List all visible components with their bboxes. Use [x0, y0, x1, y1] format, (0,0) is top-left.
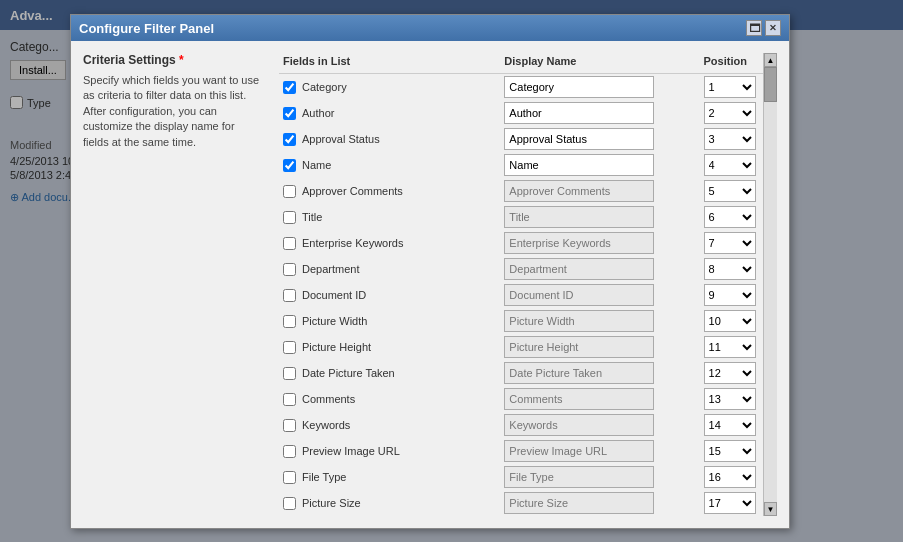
field-checkbox-14[interactable] — [283, 445, 296, 458]
display-name-input-0[interactable] — [504, 76, 654, 98]
criteria-section: Criteria Settings * Specify which fields… — [83, 53, 263, 516]
field-checkbox-11[interactable] — [283, 367, 296, 380]
display-name-cell-11 — [500, 360, 699, 386]
table-row: Name1234567891011121314151617 — [279, 152, 777, 178]
field-name-cell-8: Document ID — [279, 282, 500, 308]
field-checkbox-4[interactable] — [283, 185, 296, 198]
table-row: Preview Image URL12345678910111213141516… — [279, 438, 777, 464]
position-select-16[interactable]: 1234567891011121314151617 — [704, 492, 756, 514]
position-select-9[interactable]: 1234567891011121314151617 — [704, 310, 756, 332]
scroll-up-button[interactable]: ▲ — [764, 53, 777, 67]
field-name-cell-3: Name — [279, 152, 500, 178]
field-checkbox-3[interactable] — [283, 159, 296, 172]
display-name-cell-1 — [500, 100, 699, 126]
table-row: Department1234567891011121314151617 — [279, 256, 777, 282]
field-name-cell-14: Preview Image URL — [279, 438, 500, 464]
scroll-track — [764, 67, 777, 502]
col-header-fields: Fields in List — [279, 53, 500, 74]
display-name-cell-14 — [500, 438, 699, 464]
display-name-input-10 — [504, 336, 654, 358]
field-checkbox-1[interactable] — [283, 107, 296, 120]
field-label-1: Author — [302, 107, 334, 119]
field-name-cell-0: Category — [279, 74, 500, 101]
position-select-1[interactable]: 1234567891011121314151617 — [704, 102, 756, 124]
scroll-down-button[interactable]: ▼ — [764, 502, 777, 516]
criteria-description: Specify which fields you want to use as … — [83, 73, 263, 150]
field-name-cell-10: Picture Height — [279, 334, 500, 360]
display-name-cell-3 — [500, 152, 699, 178]
display-name-input-9 — [504, 310, 654, 332]
position-select-12[interactable]: 1234567891011121314151617 — [704, 388, 756, 410]
field-checkbox-12[interactable] — [283, 393, 296, 406]
field-checkbox-7[interactable] — [283, 263, 296, 276]
field-checkbox-9[interactable] — [283, 315, 296, 328]
field-label-14: Preview Image URL — [302, 445, 400, 457]
field-label-16: Picture Size — [302, 497, 361, 509]
field-checkbox-8[interactable] — [283, 289, 296, 302]
required-indicator: * — [179, 53, 184, 67]
field-label-5: Title — [302, 211, 322, 223]
table-row: Approval Status1234567891011121314151617 — [279, 126, 777, 152]
position-select-0[interactable]: 1234567891011121314151617 — [704, 76, 756, 98]
position-select-2[interactable]: 1234567891011121314151617 — [704, 128, 756, 150]
table-row: Author1234567891011121314151617 — [279, 100, 777, 126]
position-select-15[interactable]: 1234567891011121314151617 — [704, 466, 756, 488]
position-select-8[interactable]: 1234567891011121314151617 — [704, 284, 756, 306]
display-name-input-1[interactable] — [504, 102, 654, 124]
field-checkbox-10[interactable] — [283, 341, 296, 354]
field-checkbox-16[interactable] — [283, 497, 296, 510]
display-name-input-5 — [504, 206, 654, 228]
field-label-9: Picture Width — [302, 315, 367, 327]
field-label-8: Document ID — [302, 289, 366, 301]
field-checkbox-15[interactable] — [283, 471, 296, 484]
field-name-cell-6: Enterprise Keywords — [279, 230, 500, 256]
table-row: Title1234567891011121314151617 — [279, 204, 777, 230]
display-name-input-2[interactable] — [504, 128, 654, 150]
field-checkbox-2[interactable] — [283, 133, 296, 146]
field-checkbox-5[interactable] — [283, 211, 296, 224]
display-name-cell-0 — [500, 74, 699, 101]
field-label-10: Picture Height — [302, 341, 371, 353]
display-name-cell-9 — [500, 308, 699, 334]
display-name-input-14 — [504, 440, 654, 462]
field-name-cell-13: Keywords — [279, 412, 500, 438]
display-name-input-8 — [504, 284, 654, 306]
fields-area: Fields in List Display Name Position Cat… — [279, 53, 777, 516]
position-select-5[interactable]: 1234567891011121314151617 — [704, 206, 756, 228]
table-row: Document ID1234567891011121314151617 — [279, 282, 777, 308]
dialog-scrollbar[interactable]: ▲ ▼ — [763, 53, 777, 516]
display-name-cell-10 — [500, 334, 699, 360]
field-name-cell-9: Picture Width — [279, 308, 500, 334]
position-select-6[interactable]: 1234567891011121314151617 — [704, 232, 756, 254]
position-select-3[interactable]: 1234567891011121314151617 — [704, 154, 756, 176]
field-label-15: File Type — [302, 471, 346, 483]
field-checkbox-13[interactable] — [283, 419, 296, 432]
table-row: Approver Comments12345678910111213141516… — [279, 178, 777, 204]
display-name-input-11 — [504, 362, 654, 384]
field-label-4: Approver Comments — [302, 185, 403, 197]
scroll-thumb[interactable] — [764, 67, 777, 102]
field-label-7: Department — [302, 263, 359, 275]
display-name-cell-7 — [500, 256, 699, 282]
minimize-button[interactable]: 🗖 — [746, 20, 762, 36]
field-name-cell-16: Picture Size — [279, 490, 500, 516]
position-select-13[interactable]: 1234567891011121314151617 — [704, 414, 756, 436]
table-row: File Type1234567891011121314151617 — [279, 464, 777, 490]
position-select-4[interactable]: 1234567891011121314151617 — [704, 180, 756, 202]
dialog-body: Criteria Settings * Specify which fields… — [71, 41, 789, 528]
close-button[interactable]: ✕ — [765, 20, 781, 36]
display-name-input-4 — [504, 180, 654, 202]
field-label-6: Enterprise Keywords — [302, 237, 404, 249]
position-select-11[interactable]: 1234567891011121314151617 — [704, 362, 756, 384]
position-select-10[interactable]: 1234567891011121314151617 — [704, 336, 756, 358]
position-select-14[interactable]: 1234567891011121314151617 — [704, 440, 756, 462]
table-row: Picture Height1234567891011121314151617 — [279, 334, 777, 360]
display-name-input-3[interactable] — [504, 154, 654, 176]
field-name-cell-11: Date Picture Taken — [279, 360, 500, 386]
field-label-11: Date Picture Taken — [302, 367, 395, 379]
field-checkbox-0[interactable] — [283, 81, 296, 94]
display-name-input-7 — [504, 258, 654, 280]
position-select-7[interactable]: 1234567891011121314151617 — [704, 258, 756, 280]
field-checkbox-6[interactable] — [283, 237, 296, 250]
field-name-cell-4: Approver Comments — [279, 178, 500, 204]
